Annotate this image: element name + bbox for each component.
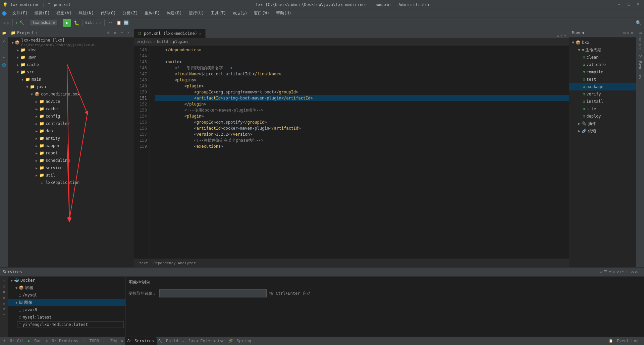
- tree-java[interactable]: ▼ 📁 java: [8, 83, 134, 90]
- bottom-tab-todo[interactable]: TODO: [87, 337, 102, 345]
- tree-mapper[interactable]: ▶ 📁 mapper: [8, 142, 134, 149]
- maven-deploy[interactable]: ⚙ deploy: [569, 113, 636, 120]
- bottom-tab-dep-analyzer[interactable]: Dependency Analyzer: [151, 261, 199, 265]
- docker-images[interactable]: ▼ 🖼 图像: [8, 299, 125, 306]
- srv-icon1[interactable]: ↑: [2, 278, 6, 283]
- maven-validate[interactable]: ⚙ validate: [569, 61, 636, 68]
- maven-site[interactable]: ⚙ site: [569, 105, 636, 113]
- toolbar-debug[interactable]: 🐛: [74, 20, 79, 25]
- editor-content[interactable]: 143 144 145 146 147 148 149 150 151 152: [134, 46, 569, 259]
- run-button[interactable]: ▶: [63, 19, 71, 27]
- bottom-tab-eventlog[interactable]: Event Log: [614, 337, 641, 345]
- menu-help[interactable]: 帮助(H): [273, 10, 294, 17]
- tree-cache-pkg[interactable]: ▶ 📁 cache: [8, 105, 134, 113]
- sidebar-icon-commit[interactable]: ✔: [1, 38, 7, 44]
- tree-mvn[interactable]: ▶ 📁 .mvn: [8, 54, 134, 61]
- tree-scheduling[interactable]: ▶ 📁 scheduling: [8, 157, 134, 164]
- toolbar-undo[interactable]: ↩: [107, 20, 110, 25]
- maven-test[interactable]: ⚙ test: [569, 76, 636, 83]
- panel-action-close[interactable]: ✕: [126, 30, 131, 36]
- maven-install[interactable]: ⚙ install: [569, 98, 636, 105]
- srv-icon5[interactable]: ⚒: [2, 301, 6, 306]
- right-icon-structure[interactable]: Structure: [638, 31, 643, 52]
- right-icon-favorites[interactable]: 2: Favorites: [638, 54, 643, 80]
- bottom-tab-spring[interactable]: Spring: [234, 337, 254, 345]
- maven-project-bxx[interactable]: ▼ 📦 bxx: [569, 39, 636, 46]
- bottom-tab-build[interactable]: Build: [163, 337, 181, 345]
- services-icon2[interactable]: ☰: [604, 270, 607, 274]
- code-lines[interactable]: </dependencies> <build> <!-- 引用我们的项目名字 -…: [150, 46, 569, 259]
- tree-main[interactable]: ▼ 📁 main: [8, 76, 134, 83]
- docker-containers[interactable]: ▼ 📦 容器: [8, 284, 125, 291]
- maven-settings-icon[interactable]: ⚙: [623, 30, 626, 35]
- menu-view[interactable]: 视图(V): [54, 10, 74, 17]
- maven-package[interactable]: ⚙ package: [569, 83, 636, 90]
- tree-entity[interactable]: ▶ 📁 entity: [8, 135, 134, 142]
- srv-icon2[interactable]: ☰: [2, 284, 6, 289]
- services-icon1[interactable]: ⇄: [600, 270, 602, 274]
- bottom-tab-javaent[interactable]: Java Enterprise: [185, 337, 227, 345]
- tree-src[interactable]: ▼ 📁 src: [8, 68, 134, 76]
- toolbar-search[interactable]: 🔍: [636, 20, 641, 25]
- tree-dao[interactable]: ▶ 📁 dao: [8, 127, 134, 135]
- tree-robot[interactable]: ▶ 📁 robot: [8, 149, 134, 157]
- menu-window[interactable]: 窗口(W): [251, 10, 272, 17]
- services-minimize-icon[interactable]: −: [639, 270, 641, 274]
- maven-compile[interactable]: ⚙ compile: [569, 68, 636, 76]
- services-config-icon[interactable]: ⚙: [635, 270, 638, 274]
- tree-package[interactable]: ▼ 📦 com.medicine.bxx: [8, 90, 134, 98]
- bottom-tab-run[interactable]: Run: [32, 337, 44, 345]
- tree-lxxapp[interactable]: ▶ ☕ lxxApplication: [8, 179, 134, 186]
- srv-icon6[interactable]: ⟳: [2, 306, 6, 312]
- menu-refactor[interactable]: 重构(R): [142, 10, 163, 17]
- panel-action-settings[interactable]: ⚙: [106, 30, 111, 36]
- maven-plugins-section[interactable]: ▶ 🔌 插件: [569, 120, 636, 127]
- srv-icon3[interactable]: ≡: [2, 289, 6, 294]
- srv-icon7[interactable]: +: [2, 312, 6, 317]
- scroll-down-btn[interactable]: ▼: [564, 33, 566, 38]
- maven-deps-section[interactable]: ▶ 🔗 依赖: [569, 127, 636, 135]
- menu-build[interactable]: 构建(B): [164, 10, 185, 17]
- tab-pom-xml[interactable]: 🗋 pom.xml (lxx-medicine) ✕: [134, 29, 206, 38]
- close-btn[interactable]: ✕: [635, 2, 641, 7]
- toolbar-forward[interactable]: ▶: [7, 20, 9, 25]
- services-settings-icon[interactable]: ⚙: [631, 270, 634, 274]
- breadcrumb-project[interactable]: project: [137, 40, 152, 44]
- srv-icon4[interactable]: ⊞: [2, 295, 6, 300]
- bottom-tab-services[interactable]: 8: Services: [125, 337, 157, 345]
- docker-mysql[interactable]: □ /mysql: [8, 291, 125, 299]
- bottom-tab-text[interactable]: text: [137, 261, 151, 265]
- toolbar-back[interactable]: ◀: [3, 20, 5, 25]
- docker-group[interactable]: ▼ 🐳 Docker: [8, 277, 125, 284]
- services-icon7[interactable]: +: [625, 270, 627, 274]
- docker-java8[interactable]: □ java:8: [8, 306, 125, 314]
- menu-run[interactable]: 运行(U): [186, 10, 207, 17]
- services-icon6[interactable]: ⟳: [620, 270, 624, 274]
- menu-edit[interactable]: 编辑(E): [32, 10, 53, 17]
- tree-idea[interactable]: ▶ 📁 idea: [8, 46, 134, 54]
- maximize-btn[interactable]: □: [626, 2, 632, 7]
- maven-clean[interactable]: ⚙ clean: [569, 54, 636, 61]
- maven-verify[interactable]: ⚙ verify: [569, 90, 636, 98]
- toolbar-redo[interactable]: ↪: [111, 20, 114, 25]
- tab-pom-xml-close[interactable]: ✕: [199, 32, 201, 36]
- services-icon3[interactable]: ≡: [609, 270, 611, 274]
- sidebar-icon-web[interactable]: 🌐: [1, 62, 7, 68]
- minimize-btn[interactable]: －: [615, 2, 623, 7]
- toolbar-build-icon[interactable]: 🔨: [19, 20, 24, 25]
- menu-navigate[interactable]: 导航(N): [76, 10, 97, 17]
- services-icon4[interactable]: ⊞: [613, 270, 615, 274]
- tree-root[interactable]: ▼ 📦 lxx-medicine [lxx] C:\Users\admin\De…: [8, 39, 134, 46]
- tree-cache-root[interactable]: ▶ 📁 cache: [8, 61, 134, 68]
- bottom-tab-git[interactable]: 6: Git: [7, 337, 27, 345]
- menu-vcs[interactable]: VCS(S): [230, 10, 250, 16]
- services-icon5[interactable]: ⚒: [616, 270, 619, 274]
- tree-controller[interactable]: ▶ 📁 controller: [8, 120, 134, 127]
- scroll-up-btn[interactable]: ▲: [557, 33, 559, 38]
- image-control-input[interactable]: [159, 289, 267, 297]
- menu-tools[interactable]: 工具(T): [208, 10, 229, 17]
- tree-service[interactable]: ▶ 📁 service: [8, 164, 134, 171]
- panel-action-expand[interactable]: ⇄: [112, 30, 118, 36]
- menu-file[interactable]: 文件(F): [10, 10, 31, 17]
- sidebar-icon-structure[interactable]: ☰: [1, 46, 7, 52]
